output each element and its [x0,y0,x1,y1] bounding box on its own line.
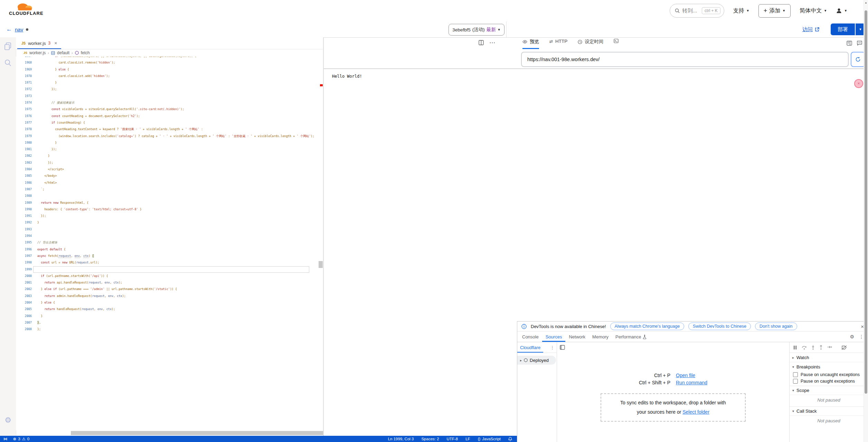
line-content[interactable]: } else { [37,66,69,73]
line-number[interactable]: 2003 [16,293,37,299]
line-content[interactable]: }, [37,319,41,326]
back-arrow-icon[interactable]: ← [6,26,12,33]
code-line[interactable]: 2002 } else if (url.pathname === '/admin… [16,286,323,292]
code-line[interactable]: 1993 [16,226,323,233]
language-mode[interactable]: {} JavaScript [478,437,501,441]
code-line[interactable]: 1992} [16,219,323,226]
line-content[interactable]: // 导出主模块 [37,239,57,246]
code-line[interactable]: 2003 return admin.handleRequest(request,… [16,293,323,299]
line-number[interactable]: 1988 [16,193,37,199]
problems-indicator[interactable]: ⊗ 3 ⚠ 0 [13,436,30,441]
line-number[interactable]: 1982 [16,153,37,159]
feedback-icon[interactable] [857,41,862,46]
line-content[interactable]: return handleRequest(request, env, ctx); [37,306,115,313]
line-number[interactable]: 1984 [16,166,37,173]
code-line[interactable]: 1975 const visibleCards = sitesGrid.quer… [16,106,323,113]
code-line[interactable]: 1978 countHeading.textContent = keyword … [16,126,323,133]
editor-breadcrumb[interactable]: JS worker.js › default › fetch [16,49,323,57]
tab-console[interactable]: Console [519,332,542,342]
tree-item-deployed[interactable]: ▸ Deployed [517,356,556,365]
line-number[interactable]: 1970 [16,73,37,79]
scroll-up-icon[interactable]: ▲ [864,1,868,4]
line-number[interactable]: 1994 [16,233,37,239]
step-over-icon[interactable] [802,345,807,350]
code-line[interactable]: 1988 [16,193,323,199]
breadcrumb-symbol-fetch[interactable]: fetch [81,50,90,55]
line-content[interactable]: }); [37,160,53,166]
encoding-setting[interactable]: UTF-8 [447,437,458,441]
code-line[interactable]: 1991 }); [16,213,323,219]
split-editor-icon[interactable] [479,40,484,45]
line-content[interactable]: if (url.pathname.startsWith('/api')) { [37,273,108,279]
line-content[interactable]: }; [37,326,41,333]
tab-worker-js[interactable]: JS worker.js 3 × [17,37,61,49]
line-content[interactable]: headers: { 'content-type': 'text/html; c… [37,206,142,213]
line-number[interactable]: 1999 [16,266,37,273]
line-number[interactable]: 1996 [16,246,37,253]
code-line[interactable]: 2006 } [16,313,323,319]
match-language-button[interactable]: Always match Chrome's language [610,323,685,330]
switch-chinese-button[interactable]: Switch DevTools to Chinese [688,323,751,330]
page-scrollbar[interactable]: ▲ [864,0,868,442]
code-line[interactable]: 1969 } else { [16,66,323,73]
line-content[interactable]: }); [37,86,57,93]
editor-hscrollbar-thumb[interactable] [71,431,323,435]
line-number[interactable]: 1991 [16,213,37,219]
select-folder-link[interactable]: Select folder [682,409,709,415]
line-content[interactable]: } [37,140,57,146]
line-content[interactable]: card.classList.remove('hidden'); [37,59,115,66]
tab-scheduled-time[interactable]: 设定时间 [578,39,603,48]
code-line[interactable]: 1987 `; [16,186,323,193]
step-out-icon[interactable] [819,345,823,350]
line-number[interactable]: 1968 [16,59,37,66]
code-line[interactable]: 1984 </script> [16,166,323,173]
line-number[interactable]: 1972 [16,86,37,93]
docs-panel-icon[interactable] [847,41,852,46]
line-content[interactable]: return new Response(html, { [37,200,88,206]
dont-show-again-button[interactable]: Don't show again [755,323,797,330]
code-line[interactable]: 1999 [16,266,323,273]
line-number[interactable]: 1986 [16,180,37,186]
visit-link[interactable]: 访问 [802,21,820,37]
line-content[interactable]: } [37,153,50,159]
support-menu[interactable]: 支持▼ [733,7,749,15]
code-line[interactable]: 1989 return new Response(html, { [16,200,323,206]
cloudflare-logo[interactable]: CLOUDFLARE [9,2,40,16]
code-line[interactable]: 2008}; [16,326,323,333]
version-selector[interactable]: 3ebefbf5 (活动) 最新 ▼ [449,24,504,36]
line-content[interactable]: const url = new URL(request.url); [37,259,99,266]
line-content[interactable]: } [37,79,57,86]
line-number[interactable]: 1995 [16,239,37,246]
line-content[interactable]: } else if (url.pathname === '/admin' || … [37,286,177,292]
code-line[interactable]: 1983 }); [16,160,323,166]
code-line[interactable]: 2001 return api.handleRequest(request, e… [16,279,323,286]
line-content[interactable]: }); [37,213,46,219]
code-line[interactable]: 2004 } else { [16,299,323,306]
line-content[interactable]: </script> [37,166,64,173]
line-number[interactable]: 2001 [16,279,37,286]
code-line[interactable]: 1995// 导出主模块 [16,239,323,246]
tab-terminal[interactable] [614,39,619,46]
line-number[interactable]: 1977 [16,119,37,126]
line-content[interactable]: export default { [37,246,66,253]
line-content[interactable]: // 搜索结果提示 [37,99,74,106]
tab-memory[interactable]: Memory [589,332,612,342]
breadcrumb-symbol-default[interactable]: default [57,50,69,55]
line-number[interactable]: 1985 [16,173,37,179]
line-content[interactable]: (window.location.search.includes('catalo… [37,133,314,140]
account-menu[interactable]: ▼ [836,8,847,14]
code-line[interactable]: 1981 }); [16,146,323,153]
line-number[interactable]: 1990 [16,206,37,213]
line-content[interactable]: } [37,313,43,319]
code-line[interactable]: 1976 const countHeading = document.query… [16,113,323,119]
preview-url-input[interactable]: https://nav.001-98e.workers.dev/ [521,52,849,67]
scrollbar-thumb[interactable] [865,10,867,394]
line-content[interactable]: </body> [37,173,57,179]
section-scope[interactable]: ▾ Scope [790,386,868,395]
line-number[interactable]: 1983 [16,160,37,166]
indentation-setting[interactable]: Spaces: 2 [421,437,439,441]
editor-vscrollbar-thumb[interactable] [319,261,323,268]
settings-gear-icon[interactable]: ⚙ [4,416,11,425]
line-content[interactable]: countHeading.textContent = keyword ? '搜索… [37,126,203,133]
code-line[interactable]: 1996export default { [16,246,323,253]
